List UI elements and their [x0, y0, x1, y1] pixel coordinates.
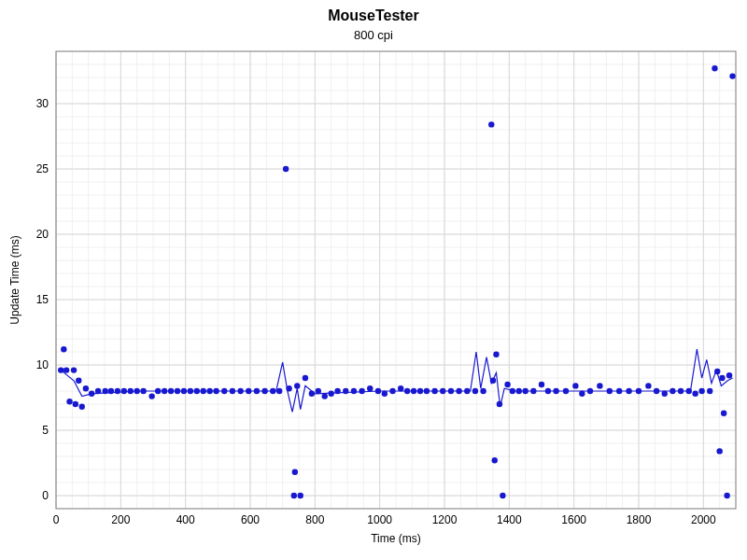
data-point	[375, 388, 381, 394]
data-point	[328, 391, 333, 397]
x-tick-label: 1600	[561, 513, 586, 526]
data-point	[721, 411, 726, 416]
data-point	[563, 388, 569, 394]
data-point	[398, 385, 403, 391]
data-point	[488, 121, 494, 127]
data-point	[367, 385, 373, 391]
y-tick-label: 15	[36, 293, 49, 306]
data-point	[140, 388, 146, 394]
data-point	[726, 372, 732, 378]
data-point	[654, 388, 659, 394]
data-point	[148, 393, 154, 399]
data-point	[497, 401, 502, 407]
data-point	[66, 399, 72, 404]
data-point	[292, 469, 298, 475]
data-point	[63, 367, 69, 372]
data-point	[553, 388, 558, 394]
data-point	[194, 388, 200, 394]
data-point	[411, 388, 416, 394]
data-point	[181, 388, 187, 394]
data-point	[539, 382, 544, 387]
data-point	[493, 352, 499, 357]
data-point	[686, 388, 692, 394]
series-line	[61, 349, 732, 412]
data-point	[669, 388, 675, 394]
data-point	[587, 388, 593, 394]
data-point	[579, 391, 585, 397]
data-point	[490, 378, 496, 384]
x-tick-label: 800	[305, 513, 324, 526]
data-point	[522, 388, 528, 394]
data-point	[221, 388, 227, 394]
data-point	[545, 388, 551, 394]
data-point	[698, 388, 704, 394]
data-point	[729, 73, 735, 78]
data-point	[322, 393, 328, 399]
y-axis-label: Update Time (ms)	[8, 235, 21, 324]
data-point	[719, 375, 725, 381]
data-point	[246, 388, 251, 394]
data-point	[597, 383, 602, 388]
data-point	[121, 388, 127, 394]
data-point	[206, 388, 212, 394]
data-point	[492, 457, 498, 463]
data-point	[510, 388, 515, 394]
data-point	[636, 388, 641, 394]
data-point	[73, 401, 78, 407]
data-point	[692, 391, 698, 397]
x-tick-label: 600	[241, 513, 260, 526]
data-point	[188, 388, 193, 394]
data-point	[530, 388, 536, 394]
data-point	[286, 385, 291, 391]
data-point	[270, 388, 275, 394]
data-point	[128, 388, 134, 394]
chart-container: MouseTester 800 cpi 02004006008001000120…	[0, 0, 747, 560]
data-point	[572, 383, 578, 388]
data-point	[645, 383, 651, 388]
data-point	[58, 367, 63, 372]
data-point	[76, 378, 81, 384]
data-point	[382, 391, 388, 397]
data-point	[480, 388, 486, 394]
data-point	[500, 493, 505, 498]
data-point	[201, 388, 206, 394]
data-point	[254, 388, 260, 394]
data-point	[504, 382, 510, 387]
data-point	[464, 388, 470, 394]
y-tick-label: 25	[36, 162, 49, 175]
data-point	[440, 388, 445, 394]
data-point	[716, 448, 722, 454]
data-point	[237, 388, 243, 394]
data-point	[175, 388, 180, 394]
y-tick-label: 5	[42, 424, 49, 437]
x-tick-label: 1400	[497, 513, 522, 526]
data-point	[448, 388, 454, 394]
x-tick-label: 2000	[691, 513, 716, 526]
data-point	[61, 346, 66, 352]
data-point	[108, 388, 114, 394]
data-point	[294, 383, 300, 388]
data-point	[309, 391, 315, 397]
data-point	[616, 388, 622, 394]
data-point	[102, 388, 107, 394]
data-point	[424, 388, 430, 394]
data-point	[456, 388, 461, 394]
data-point	[95, 388, 101, 394]
data-point	[162, 388, 167, 394]
x-tick-label: 400	[176, 513, 195, 526]
data-point	[334, 388, 340, 394]
data-point	[678, 388, 684, 394]
data-point	[472, 388, 478, 394]
data-point	[607, 388, 613, 394]
x-axis-label: Time (ms)	[371, 532, 421, 545]
data-point	[724, 493, 729, 498]
data-point	[662, 391, 668, 397]
data-point	[404, 388, 410, 394]
data-point	[283, 166, 289, 172]
data-point	[714, 369, 720, 374]
data-point	[351, 388, 357, 394]
data-point	[417, 388, 423, 394]
data-point	[303, 375, 308, 381]
data-point	[79, 404, 85, 410]
data-point	[359, 388, 364, 394]
